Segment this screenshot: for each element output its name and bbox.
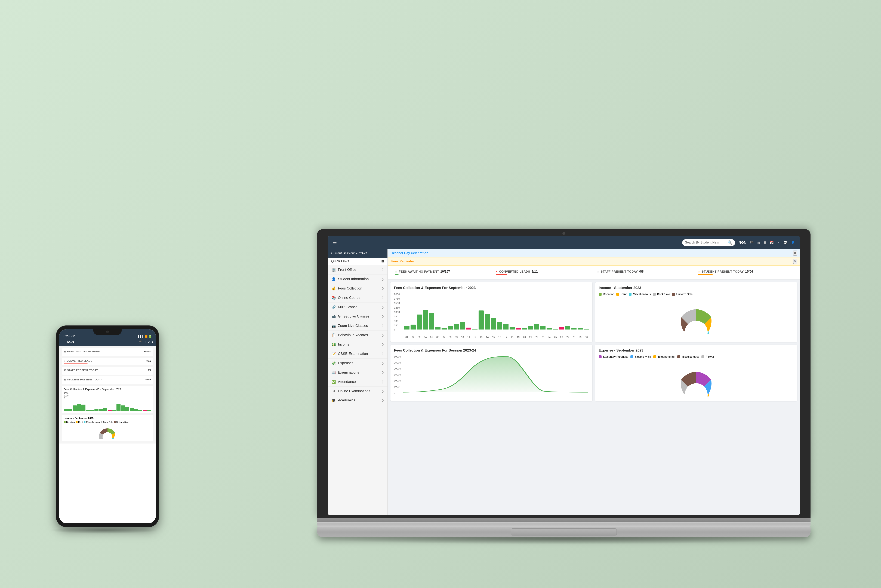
bar-07 [442, 328, 446, 330]
laptop-trackpad[interactable] [511, 528, 617, 536]
expense-legend: Stationery Purchase Electricity Bill Tel… [599, 355, 794, 358]
topbar-label: NGN [739, 240, 746, 244]
sidebar-item-income[interactable]: 💵 Income ❯ [328, 340, 388, 349]
stat-staff-present: ⊟ STAFF PRESENT TODAY 0/8 [594, 268, 695, 276]
leads-label: CONVERTED LEADS [499, 270, 530, 273]
phone-shadow [49, 526, 159, 534]
whatsapp-icon: 💬 [784, 241, 787, 244]
sidebar-item-cbse[interactable]: 📝 CBSE Examination ❯ [328, 349, 388, 358]
sidebar-item-expenses[interactable]: 💸 Expenses ❯ [328, 358, 388, 368]
laptop-bottom [317, 526, 811, 537]
arrow-icon-11: ❯ [382, 362, 384, 365]
list-icon: ☰ [764, 241, 766, 244]
phone-grid-icon: ⊞ [144, 340, 146, 344]
sidebar-item-academics[interactable]: 🎓 Academics ❯ [328, 396, 388, 405]
sidebar-label-student-info: Student Information [338, 277, 369, 281]
bar-21 [528, 326, 533, 330]
scene: 3:29 PM ▌▌▌ 📶 🔋 ☰ NGN 🏴 ⊞ ✓ ℹ [35, 30, 846, 558]
phone-stat-staff: ⊟ STAFF PRESENT TODAY 0/8 [61, 367, 153, 375]
search-input[interactable] [685, 241, 726, 244]
online-course-icon: 📚 [331, 296, 336, 300]
phone-flag-icon: 🏴 [138, 340, 142, 344]
user-icon: 👤 [791, 241, 795, 244]
charts-grid: Fees Collection & Expenses For September… [388, 279, 800, 404]
sidebar-item-fees[interactable]: 💰 Fees Collection ❯ [328, 284, 388, 293]
bar-17 [503, 324, 508, 330]
search-box[interactable]: 🔍 [682, 239, 735, 246]
phone-notch [93, 328, 121, 335]
sidebar-item-online-exam[interactable]: 🖥 Online Examinations ❯ [328, 387, 388, 396]
signal-icon: ▌▌▌ [138, 335, 144, 338]
arrow-icon: ❯ [382, 268, 384, 272]
sidebar-label-expenses: Expenses [338, 361, 354, 365]
fees-icon: 💰 [331, 286, 336, 291]
fees-awaiting-icon: ⊟ [395, 270, 397, 274]
sidebar-label-gmeet: Gmeet Live Classes [338, 314, 370, 318]
close-fees-notification-button[interactable]: ✕ [793, 259, 797, 264]
bar-19 [516, 328, 521, 330]
bar-16 [497, 322, 502, 330]
sidebar-item-gmeet[interactable]: 📹 Gmeet Live Classes ❯ [328, 312, 388, 321]
app: ☰ 🔍 NGN 🏴 ⊞ ☰ 📅 ✓ 💬 [328, 236, 800, 515]
sidebar-item-online-course[interactable]: 📚 Online Course ❯ [328, 293, 388, 303]
bar-26 [559, 327, 564, 330]
bar-20 [522, 328, 527, 330]
stat-converted-leads: ● CONVERTED LEADS 3/11 [493, 268, 594, 276]
stat-student-present: ⊟ STUDENT PRESENT TODAY 15/56 [695, 268, 796, 276]
app-body: Current Session: 2023-24 Quick Links ⊞ 🏢… [328, 249, 800, 515]
sidebar-item-attendance[interactable]: ✅ Attendance ❯ [328, 377, 388, 387]
bar-03 [417, 315, 422, 330]
mobile-phone: 3:29 PM ▌▌▌ 📶 🔋 ☰ NGN 🏴 ⊞ ✓ ℹ [56, 326, 159, 526]
behaviour-icon: 📋 [331, 333, 336, 337]
sidebar-item-behaviour[interactable]: 📋 Behaviour Records ❯ [328, 331, 388, 340]
bar-25 [553, 328, 558, 330]
phone-fees-value: 10/157 [144, 350, 151, 353]
hamburger-menu-icon[interactable]: ☰ [333, 240, 337, 245]
y-labels: 0 250 500 750 1000 1250 1500 1750 [394, 292, 401, 332]
phone-stat-leads: ● CONVERTED LEADS 3/11 [61, 358, 153, 365]
laptop-base [317, 522, 811, 526]
bar-12 [472, 328, 478, 330]
main-content: Teacher Day Celebration ✕ Fees Reminder … [388, 249, 800, 515]
bar-28 [571, 328, 577, 330]
student-label: STUDENT PRESENT TODAY [702, 270, 744, 273]
sidebar-label-income: Income [338, 342, 349, 346]
phone-chart-title: Fees Collection & Expenses For September… [64, 388, 151, 391]
bar-01 [405, 326, 409, 330]
sidebar-label-fees: Fees Collection [338, 286, 362, 290]
sidebar-item-front-office[interactable]: 🏢 Front Office ❯ [328, 265, 388, 274]
flag-icon: 🏴 [750, 241, 754, 244]
sidebar-item-examinations[interactable]: 📖 Examinations ❯ [328, 368, 388, 377]
search-icon: 🔍 [728, 240, 732, 245]
sidebar-label-attendance: Attendance [338, 380, 356, 384]
income-icon: 💵 [331, 342, 336, 346]
arrow-icon-7: ❯ [382, 324, 384, 327]
chart-fees-september-title: Fees Collection & Expenses For September… [394, 286, 589, 290]
chart-expense-september: Expense - September 2023 Stationery Purc… [595, 345, 797, 401]
close-teacher-notification-button[interactable]: ✕ [793, 250, 797, 255]
phone-screen: 3:29 PM ▌▌▌ 📶 🔋 ☰ NGN 🏴 ⊞ ✓ ℹ [59, 329, 156, 523]
chart-income-title: Income - September 2023 [599, 286, 794, 290]
notification-fees-title: Fees Reminder [391, 260, 414, 263]
bar-24 [547, 328, 552, 330]
phone-topbar-icons: 🏴 ⊞ ✓ ℹ [138, 340, 153, 344]
grid-icon: ⊞ [757, 241, 760, 244]
phone-camera [106, 331, 109, 333]
sidebar-item-zoom[interactable]: 📷 Zoom Live Classes ❯ [328, 321, 388, 331]
sidebar-item-multi-branch[interactable]: 🔗 Multi Branch ❯ [328, 303, 388, 312]
calendar-icon: 📅 [770, 241, 774, 244]
chart-income-september: Income - September 2023 Donation Rent Mi… [595, 282, 797, 342]
zoom-icon: 📷 [331, 324, 336, 328]
front-office-icon: 🏢 [331, 268, 336, 272]
arrow-icon-2: ❯ [382, 278, 384, 281]
expense-donut-container [599, 361, 794, 396]
phone-staff-label: ⊟ STAFF PRESENT TODAY [64, 369, 98, 372]
sidebar-label-examinations: Examinations [338, 370, 359, 375]
sidebar-item-student-info[interactable]: 👤 Student Information ❯ [328, 274, 388, 284]
phone-topbar: ☰ NGN 🏴 ⊞ ✓ ℹ [59, 338, 156, 346]
phone-content: ⊟ FEES AWAITING PAYMENT 10/157 ● CONVERT… [59, 346, 156, 444]
gmeet-icon: 📹 [331, 314, 336, 319]
expense-donut-svg [666, 361, 726, 396]
stat-fees-awaiting: ⊟ FEES AWAITING PAYMENT 10/157 [392, 268, 493, 276]
phone-time: 3:29 PM [63, 334, 75, 338]
